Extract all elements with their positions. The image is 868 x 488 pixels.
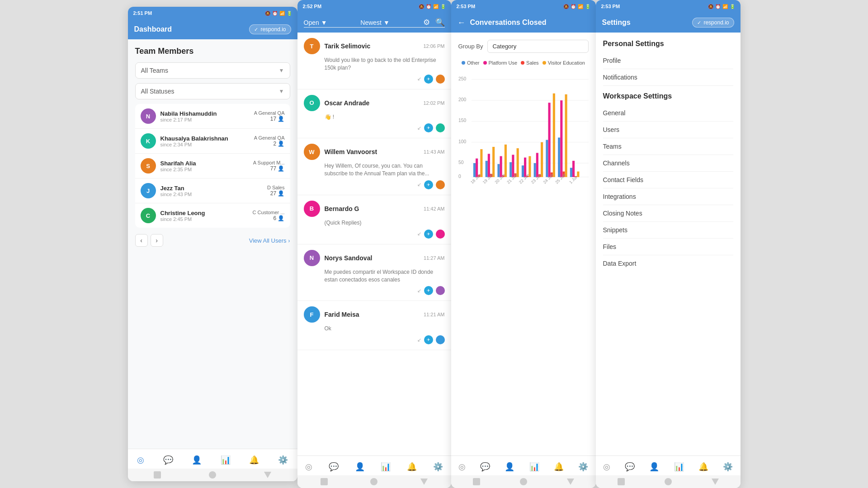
member-info: Nabila Hishamuddin since 2:17 PM: [160, 110, 250, 122]
filter-funnel-icon[interactable]: ⚙: [423, 18, 430, 27]
settings-title: Settings: [602, 19, 631, 27]
nav-contacts-icon-4[interactable]: 👤: [649, 462, 659, 472]
settings-item-general[interactable]: General: [603, 105, 733, 122]
newest-filter-button[interactable]: Newest ▼: [360, 19, 390, 26]
dropdown-arrow-2: ▼: [279, 88, 284, 94]
settings-item-profile[interactable]: Profile: [603, 52, 733, 69]
nav-notifications-icon-2[interactable]: 🔔: [407, 462, 417, 472]
conversation-item[interactable]: B Bernardo G 11:42 AM (Quick Replies) ↙ …: [297, 195, 451, 244]
member-name: Christine Leong: [160, 210, 248, 216]
group-by-row: Group By Category: [458, 40, 589, 53]
settings-item-notifications[interactable]: Notifications: [603, 69, 733, 86]
top-bar-1: Dashboard ✓ respond.io: [128, 19, 297, 39]
conv-time: 11:21 AM: [424, 312, 444, 317]
nav-reports-icon-2[interactable]: 📊: [381, 462, 391, 472]
battery-icon: 🔋: [287, 11, 292, 16]
conv-avatar: N: [304, 250, 320, 266]
conv-name: Norys Sandoval: [325, 254, 420, 262]
bar: [473, 163, 475, 177]
settings-item-data-export[interactable]: Data Export: [603, 255, 733, 272]
nav-dot-circle-2: [370, 478, 377, 485]
nav-settings-icon-3[interactable]: ⚙️: [578, 462, 588, 472]
respond-badge-1[interactable]: ✓ respond.io: [249, 24, 291, 34]
conversation-item[interactable]: O Oscar Andrade 12:02 PM 👋 ! ↙ ✈: [297, 89, 451, 139]
settings-item-contact-fields[interactable]: Contact Fields: [603, 172, 733, 188]
nav-dots-3: [451, 475, 596, 488]
nav-chat-icon-3[interactable]: 💬: [480, 462, 490, 472]
nav-reports-icon-4[interactable]: 📊: [674, 462, 684, 472]
settings-item-snippets[interactable]: Snippets: [603, 222, 733, 239]
nav-contacts-icon[interactable]: 👤: [192, 455, 202, 465]
dashboard-content: Team Members All Teams ▼ All Statuses ▼ …: [128, 39, 297, 449]
channel-badge: ✈: [424, 286, 433, 295]
member-count: 2 👤: [254, 141, 285, 147]
nav-notifications-icon-3[interactable]: 🔔: [554, 462, 564, 472]
respond-badge-4[interactable]: ✓ respond.io: [692, 18, 734, 28]
channel-badge: ✈: [424, 230, 433, 239]
conversation-item[interactable]: T Tarik Selimovic 12:06 PM Would you lik…: [297, 33, 451, 89]
nav-settings-icon[interactable]: ⚙️: [278, 455, 288, 465]
team-members-title: Team Members: [135, 47, 290, 56]
bar: [577, 172, 579, 177]
status-icons-4: 🔕 ⏰ 📶 🔋: [708, 4, 735, 9]
all-statuses-dropdown[interactable]: All Statuses ▼: [135, 83, 290, 99]
respond-label-4: respond.io: [703, 19, 729, 26]
panel-chart: 2:53 PM 🔕 ⏰ 📶 🔋 ← Conversations Closed G…: [451, 0, 596, 488]
settings-content: Personal Settings Profile Notifications …: [596, 33, 741, 455]
nav-chat-icon[interactable]: 💬: [163, 455, 173, 465]
nav-dashboard-icon-3[interactable]: ◎: [458, 462, 466, 472]
conv-avatar: O: [304, 95, 320, 111]
nav-notifications-icon[interactable]: 🔔: [249, 455, 259, 465]
conv-header: F Farid Meisa 11:21 AM: [304, 306, 445, 323]
conversation-item[interactable]: W Willem Vanvoorst 11:43 AM Hey Willem, …: [297, 138, 451, 195]
view-all-users-link[interactable]: View All Users ›: [249, 237, 290, 244]
nav-settings-icon-2[interactable]: ⚙️: [433, 462, 443, 472]
nav-reports-icon-3[interactable]: 📊: [529, 462, 539, 472]
search-icon[interactable]: 🔍: [435, 18, 445, 27]
all-teams-dropdown[interactable]: All Teams ▼: [135, 62, 290, 79]
back-icon[interactable]: ←: [458, 18, 466, 28]
settings-item-files[interactable]: Files: [603, 239, 733, 255]
status-bar-4: 2:53 PM 🔕 ⏰ 📶 🔋: [596, 0, 741, 13]
nav-chat-icon-4[interactable]: 💬: [625, 462, 635, 472]
alarm-icon-3: ⏰: [571, 4, 576, 9]
settings-item-channels[interactable]: Channels: [603, 155, 733, 172]
settings-item-integrations[interactable]: Integrations: [603, 188, 733, 205]
bar: [548, 103, 550, 177]
prev-page-button[interactable]: ‹: [135, 234, 148, 247]
nav-reports-icon[interactable]: 📊: [221, 455, 231, 465]
next-page-button[interactable]: ›: [151, 234, 163, 247]
agent-badge: [436, 286, 445, 295]
nav-chat-icon-2[interactable]: 💬: [329, 462, 339, 472]
reply-arrow-icon: ↙: [417, 182, 421, 188]
group-by-select[interactable]: Category: [487, 40, 588, 53]
newest-arrow-icon: ▼: [383, 19, 390, 26]
open-filter-button[interactable]: Open ▼: [304, 19, 327, 26]
all-teams-label: All Teams: [141, 67, 168, 74]
nav-dashboard-icon[interactable]: ◎: [137, 455, 144, 465]
top-bar-3: ← Conversations Closed: [451, 13, 596, 33]
settings-item-teams[interactable]: Teams: [603, 138, 733, 155]
chart-nav: ← Conversations Closed: [458, 18, 547, 28]
conversation-item[interactable]: N Norys Sandoval 11:27 AM Me puedes comp…: [297, 244, 451, 301]
nav-dots-1: [128, 469, 297, 481]
conv-name: Farid Meisa: [325, 311, 420, 318]
member-meta: A General QA 17 👤: [254, 110, 285, 122]
nav-dashboard-icon-2[interactable]: ◎: [305, 462, 312, 472]
nav-contacts-icon-3[interactable]: 👤: [505, 462, 514, 472]
nav-notifications-icon-4[interactable]: 🔔: [698, 462, 708, 472]
nav-settings-icon-4[interactable]: ⚙️: [723, 462, 733, 472]
legend-label: Sales: [526, 60, 539, 66]
status-icons-1: 🔕 ⏰ 📶 🔋: [265, 11, 292, 16]
agent-badge: [436, 75, 445, 84]
settings-item-users[interactable]: Users: [603, 122, 733, 138]
nav-dashboard-icon-4[interactable]: ◎: [603, 462, 610, 472]
settings-item-closing-notes[interactable]: Closing Notes: [603, 205, 733, 222]
conversation-item[interactable]: F Farid Meisa 11:21 AM Ok ↙ ✈: [297, 301, 451, 350]
channel-badge: ✈: [424, 123, 433, 132]
personal-settings-title: Personal Settings: [603, 40, 733, 48]
bar: [558, 137, 560, 177]
signal-icon-3: 📶: [578, 4, 583, 9]
nav-contacts-icon-2[interactable]: 👤: [355, 462, 365, 472]
bar: [492, 147, 495, 177]
